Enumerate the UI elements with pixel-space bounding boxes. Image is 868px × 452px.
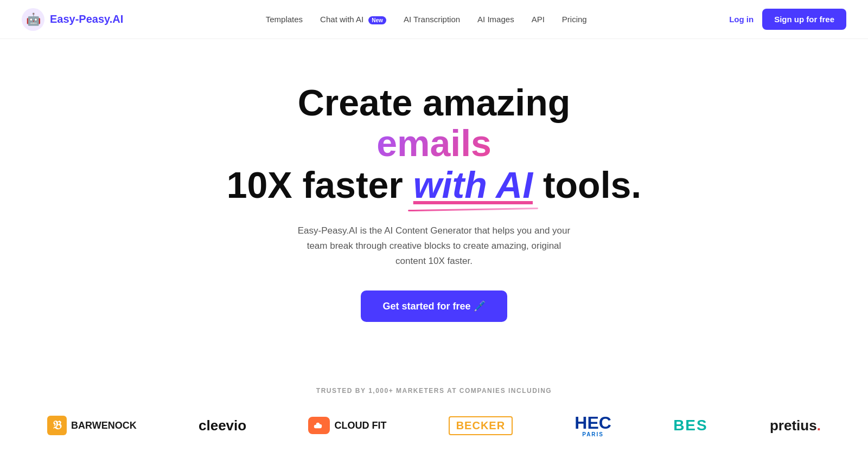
nav-actions: Log in Sign up for free bbox=[729, 9, 846, 30]
hero-emails-word: emails bbox=[376, 122, 492, 164]
logo[interactable]: 🤖 Easy-Peasy.AI bbox=[22, 8, 123, 31]
nav-chat-label: Chat with AI bbox=[320, 15, 363, 24]
logo-text: Easy-Peasy.AI bbox=[50, 13, 123, 25]
hero-ai-text: with AI bbox=[413, 164, 533, 205]
nav-link-transcription[interactable]: AI Transcription bbox=[404, 15, 460, 24]
logo-hec: HEC PARIS bbox=[575, 414, 611, 437]
logo-cloudfit: CLOUD FIT bbox=[308, 417, 386, 434]
signup-button[interactable]: Sign up for free bbox=[762, 9, 846, 30]
nav-link-images[interactable]: AI Images bbox=[477, 15, 514, 24]
trusted-label: TRUSTED BY 1,000+ MARKETERS AT COMPANIES… bbox=[22, 387, 846, 395]
logo-barwenock: 𝔅 BARWENOCK bbox=[47, 416, 137, 435]
cleevio-name: cleevio bbox=[199, 417, 246, 434]
pretius-name: pretius. bbox=[770, 417, 821, 434]
hero-subtitle: Easy-Peasy.AI is the AI Content Generato… bbox=[293, 223, 575, 269]
nav-link-chat[interactable]: Chat with AI New bbox=[320, 15, 386, 24]
nav-link-api[interactable]: API bbox=[532, 15, 545, 24]
hero-10x-text: 10X faster bbox=[227, 164, 413, 205]
barwenock-name: BARWENOCK bbox=[71, 420, 137, 431]
becker-name: BECKER bbox=[456, 419, 505, 432]
new-badge: New bbox=[368, 16, 386, 24]
cta-get-started[interactable]: Get started for free 🖊️ bbox=[361, 290, 507, 322]
hero-title-emails: emails bbox=[376, 123, 492, 164]
hero-tools-text: tools. bbox=[533, 164, 641, 205]
pretius-dot: . bbox=[817, 417, 821, 434]
logo-bes: BES bbox=[673, 417, 708, 434]
logo-pretius: pretius. bbox=[770, 417, 821, 434]
login-button[interactable]: Log in bbox=[729, 15, 754, 24]
company-logos: 𝔅 BARWENOCK cleevio CLOUD FIT BECKER HEC… bbox=[22, 414, 846, 437]
hec-main: HEC bbox=[575, 414, 611, 431]
nav-link-pricing[interactable]: Pricing bbox=[562, 15, 587, 24]
cloudfit-name: CLOUD FIT bbox=[334, 420, 386, 431]
hero-section: Create amazing emails 10X faster with AI… bbox=[0, 39, 868, 354]
cloudfit-icon bbox=[308, 417, 330, 434]
hero-title-line1: Create amazing bbox=[298, 82, 571, 123]
nav-links: Templates Chat with AI New AI Transcript… bbox=[266, 15, 587, 24]
trusted-section: TRUSTED BY 1,000+ MARKETERS AT COMPANIES… bbox=[0, 354, 868, 452]
logo-cleevio: cleevio bbox=[199, 417, 246, 434]
bes-name: BES bbox=[673, 417, 708, 434]
nav-link-templates[interactable]: Templates bbox=[266, 15, 303, 24]
logo-becker: BECKER bbox=[449, 416, 513, 435]
navbar: 🤖 Easy-Peasy.AI Templates Chat with AI N… bbox=[0, 0, 868, 39]
logo-icon: 🤖 bbox=[22, 8, 44, 31]
barwenock-icon: 𝔅 bbox=[47, 416, 67, 435]
hero-title-line3: 10X faster with AI tools. bbox=[227, 164, 642, 206]
hec-text-wrap: HEC PARIS bbox=[575, 414, 611, 437]
